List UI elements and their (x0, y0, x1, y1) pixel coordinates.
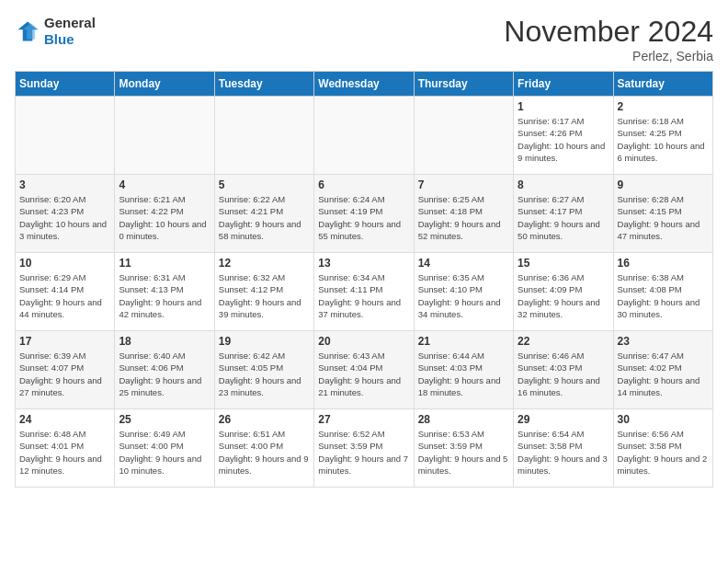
calendar-cell: 13Sunrise: 6:34 AM Sunset: 4:11 PM Dayli… (314, 253, 414, 331)
day-info: Sunrise: 6:36 AM Sunset: 4:09 PM Dayligh… (518, 271, 609, 320)
day-number: 10 (19, 257, 110, 270)
weekday-header: Friday (514, 72, 613, 97)
weekday-header: Thursday (414, 72, 513, 97)
weekday-header: Monday (115, 72, 214, 97)
logo-icon (15, 18, 40, 44)
day-number: 12 (219, 257, 310, 270)
calendar-cell: 25Sunrise: 6:49 AM Sunset: 4:00 PM Dayli… (115, 409, 214, 488)
day-number: 18 (119, 335, 210, 348)
day-number: 17 (19, 335, 110, 348)
day-info: Sunrise: 6:48 AM Sunset: 4:01 PM Dayligh… (19, 428, 110, 477)
calendar-cell: 12Sunrise: 6:32 AM Sunset: 4:12 PM Dayli… (214, 253, 313, 331)
day-info: Sunrise: 6:52 AM Sunset: 3:59 PM Dayligh… (318, 428, 409, 477)
calendar-week-row: 10Sunrise: 6:29 AM Sunset: 4:14 PM Dayli… (16, 253, 713, 331)
weekday-header: Saturday (613, 72, 712, 97)
day-number: 2 (618, 100, 709, 113)
day-number: 11 (119, 257, 210, 270)
title-block: November 2024 Perlez, Serbia (504, 15, 713, 63)
calendar-cell: 4Sunrise: 6:21 AM Sunset: 4:22 PM Daylig… (115, 175, 214, 253)
calendar-cell (214, 97, 313, 175)
calendar-cell: 21Sunrise: 6:44 AM Sunset: 4:03 PM Dayli… (414, 331, 513, 409)
day-info: Sunrise: 6:24 AM Sunset: 4:19 PM Dayligh… (318, 193, 409, 242)
day-info: Sunrise: 6:38 AM Sunset: 4:08 PM Dayligh… (618, 271, 709, 320)
day-info: Sunrise: 6:54 AM Sunset: 3:58 PM Dayligh… (518, 428, 609, 477)
day-number: 9 (618, 178, 709, 191)
calendar-cell: 19Sunrise: 6:42 AM Sunset: 4:05 PM Dayli… (214, 331, 313, 409)
weekday-header: Sunday (16, 72, 115, 97)
day-number: 30 (618, 413, 709, 426)
day-number: 23 (618, 335, 709, 348)
day-info: Sunrise: 6:39 AM Sunset: 4:07 PM Dayligh… (19, 350, 110, 398)
calendar-cell: 20Sunrise: 6:43 AM Sunset: 4:04 PM Dayli… (314, 331, 414, 409)
day-info: Sunrise: 6:47 AM Sunset: 4:02 PM Dayligh… (618, 350, 709, 398)
day-number: 1 (518, 100, 609, 113)
day-info: Sunrise: 6:18 AM Sunset: 4:25 PM Dayligh… (618, 115, 709, 164)
weekday-header-row: SundayMondayTuesdayWednesdayThursdayFrid… (16, 72, 713, 97)
page-header: General Blue November 2024 Perlez, Serbi… (15, 15, 713, 63)
calendar-cell: 11Sunrise: 6:31 AM Sunset: 4:13 PM Dayli… (115, 253, 214, 331)
day-info: Sunrise: 6:32 AM Sunset: 4:12 PM Dayligh… (219, 271, 310, 320)
day-info: Sunrise: 6:44 AM Sunset: 4:03 PM Dayligh… (418, 350, 509, 398)
day-info: Sunrise: 6:25 AM Sunset: 4:18 PM Dayligh… (418, 193, 509, 242)
day-number: 15 (518, 257, 609, 270)
day-info: Sunrise: 6:42 AM Sunset: 4:05 PM Dayligh… (219, 350, 310, 398)
day-number: 26 (219, 413, 310, 426)
day-info: Sunrise: 6:56 AM Sunset: 3:58 PM Dayligh… (618, 428, 709, 477)
calendar-cell (414, 97, 513, 175)
day-info: Sunrise: 6:51 AM Sunset: 4:00 PM Dayligh… (219, 428, 310, 477)
day-info: Sunrise: 6:21 AM Sunset: 4:22 PM Dayligh… (119, 193, 210, 242)
calendar-cell: 7Sunrise: 6:25 AM Sunset: 4:18 PM Daylig… (414, 175, 513, 253)
calendar-cell: 16Sunrise: 6:38 AM Sunset: 4:08 PM Dayli… (613, 253, 712, 331)
day-info: Sunrise: 6:22 AM Sunset: 4:21 PM Dayligh… (219, 193, 310, 242)
day-info: Sunrise: 6:29 AM Sunset: 4:14 PM Dayligh… (19, 271, 110, 320)
calendar-cell: 22Sunrise: 6:46 AM Sunset: 4:03 PM Dayli… (514, 331, 613, 409)
calendar-cell: 23Sunrise: 6:47 AM Sunset: 4:02 PM Dayli… (613, 331, 712, 409)
day-number: 3 (19, 178, 110, 191)
day-number: 7 (418, 178, 509, 191)
location-subtitle: Perlez, Serbia (504, 49, 713, 63)
day-number: 29 (518, 413, 609, 426)
calendar-cell: 29Sunrise: 6:54 AM Sunset: 3:58 PM Dayli… (514, 409, 613, 488)
day-number: 22 (518, 335, 609, 348)
calendar-cell: 30Sunrise: 6:56 AM Sunset: 3:58 PM Dayli… (613, 409, 712, 488)
day-number: 20 (318, 335, 409, 348)
day-number: 21 (418, 335, 509, 348)
day-info: Sunrise: 6:35 AM Sunset: 4:10 PM Dayligh… (418, 271, 509, 320)
calendar-cell: 24Sunrise: 6:48 AM Sunset: 4:01 PM Dayli… (16, 409, 115, 488)
calendar-table: SundayMondayTuesdayWednesdayThursdayFrid… (15, 71, 713, 488)
day-number: 13 (318, 257, 409, 270)
calendar-cell (314, 97, 414, 175)
day-number: 14 (418, 257, 509, 270)
calendar-cell: 17Sunrise: 6:39 AM Sunset: 4:07 PM Dayli… (16, 331, 115, 409)
day-number: 5 (219, 178, 310, 191)
day-number: 28 (418, 413, 509, 426)
calendar-cell: 2Sunrise: 6:18 AM Sunset: 4:25 PM Daylig… (613, 97, 712, 175)
day-number: 27 (318, 413, 409, 426)
logo: General Blue (15, 15, 96, 48)
day-info: Sunrise: 6:40 AM Sunset: 4:06 PM Dayligh… (119, 350, 210, 398)
day-number: 24 (19, 413, 110, 426)
day-number: 16 (618, 257, 709, 270)
day-number: 25 (119, 413, 210, 426)
calendar-cell: 26Sunrise: 6:51 AM Sunset: 4:00 PM Dayli… (214, 409, 313, 488)
day-info: Sunrise: 6:20 AM Sunset: 4:23 PM Dayligh… (19, 193, 110, 242)
day-number: 19 (219, 335, 310, 348)
calendar-cell: 27Sunrise: 6:52 AM Sunset: 3:59 PM Dayli… (314, 409, 414, 488)
calendar-cell: 10Sunrise: 6:29 AM Sunset: 4:14 PM Dayli… (16, 253, 115, 331)
calendar-cell: 3Sunrise: 6:20 AM Sunset: 4:23 PM Daylig… (16, 175, 115, 253)
calendar-cell (115, 97, 214, 175)
logo-blue-text: Blue (44, 31, 74, 47)
calendar-cell: 1Sunrise: 6:17 AM Sunset: 4:26 PM Daylig… (514, 97, 613, 175)
day-info: Sunrise: 6:17 AM Sunset: 4:26 PM Dayligh… (518, 115, 609, 164)
day-number: 6 (318, 178, 409, 191)
calendar-cell: 9Sunrise: 6:28 AM Sunset: 4:15 PM Daylig… (613, 175, 712, 253)
day-info: Sunrise: 6:43 AM Sunset: 4:04 PM Dayligh… (318, 350, 409, 398)
calendar-cell: 5Sunrise: 6:22 AM Sunset: 4:21 PM Daylig… (214, 175, 313, 253)
day-info: Sunrise: 6:34 AM Sunset: 4:11 PM Dayligh… (318, 271, 409, 320)
calendar-cell: 14Sunrise: 6:35 AM Sunset: 4:10 PM Dayli… (414, 253, 513, 331)
day-info: Sunrise: 6:49 AM Sunset: 4:00 PM Dayligh… (119, 428, 210, 477)
day-number: 4 (119, 178, 210, 191)
logo-general-text: General (44, 15, 96, 30)
day-info: Sunrise: 6:46 AM Sunset: 4:03 PM Dayligh… (518, 350, 609, 398)
calendar-week-row: 1Sunrise: 6:17 AM Sunset: 4:26 PM Daylig… (16, 97, 713, 175)
